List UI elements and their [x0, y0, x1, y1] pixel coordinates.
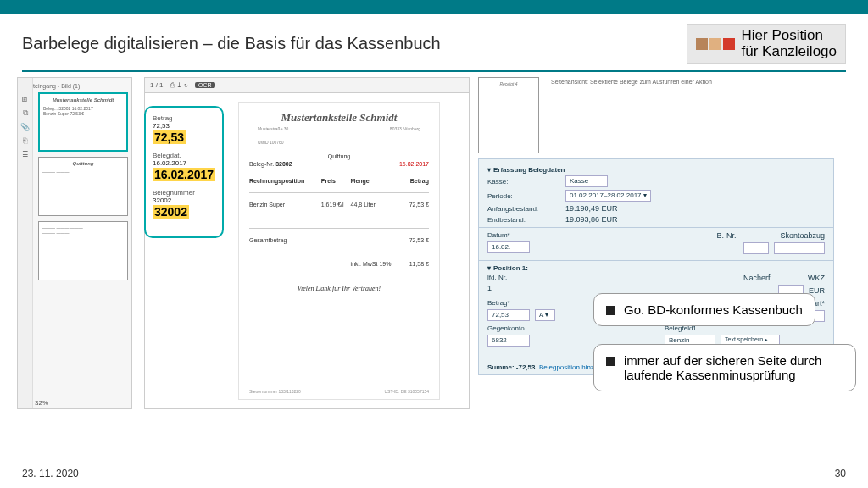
tag-icon[interactable]: ⧉ — [23, 108, 28, 118]
endbestand: 19.093,86 EUR — [565, 215, 618, 224]
receipt-vendor: Mustertankstelle Schmidt — [249, 111, 429, 125]
callout-1: Go. BD-konformes Kassenbuch — [593, 293, 815, 326]
slide-title: Barbelege digitalisieren – die Basis für… — [22, 34, 441, 53]
toolbar-icons[interactable]: ⎙ ⤓ ↻ — [170, 81, 188, 89]
logo-line-2: für Kanzleilogo — [742, 44, 837, 60]
file-icon[interactable]: 🗎 — [21, 95, 29, 103]
receipt-thanks: Vielen Dank für Ihr Vertrauen! — [249, 285, 429, 292]
gegenkonto-input[interactable]: 6832 — [487, 335, 530, 347]
bnr-input[interactable] — [743, 242, 769, 254]
footer-page: 30 — [835, 468, 846, 480]
clip-icon[interactable]: 📎 — [20, 123, 30, 131]
ocr-number: 32002 — [153, 205, 189, 219]
right-panel-hint: Seitenansicht: Selektierte Belege zum Au… — [551, 79, 712, 85]
betrag-dir[interactable]: A ▾ — [535, 309, 555, 321]
logo-icon — [696, 38, 735, 50]
receipt-document: Mustertankstelle Schmidt Musterstraße 30… — [238, 102, 440, 400]
betrag-input[interactable]: 72,53 — [487, 309, 530, 321]
kasse-select[interactable]: Kasse — [565, 175, 608, 187]
receipt-date: 16.02.2017 — [399, 161, 429, 167]
logo-line-1: Hier Position — [742, 28, 837, 44]
ocr-amount: 72,53 — [153, 130, 186, 144]
thumbnail-3[interactable]: ——— ——— ——— ——— ——— — [38, 221, 128, 280]
viewer-toolbar[interactable]: 1 / 1 ⎙ ⤓ ↻ OCR — [145, 78, 469, 93]
slide-header: Barbelege digitalisieren – die Basis für… — [0, 14, 868, 70]
skonto-input[interactable] — [774, 242, 825, 254]
divider — [22, 70, 846, 72]
sidebar-icons: 🗎 ⧉ 📎 ⎘ ≣ — [18, 78, 33, 408]
datum-input[interactable]: 16.02. — [487, 241, 530, 253]
thumbnail-2[interactable]: Quittung ——— ——— — [38, 157, 128, 216]
right-thumbnail[interactable]: Receipt 4 ——— ————— ——— — [478, 77, 539, 153]
ocr-date: 16.02.2017 — [153, 168, 215, 181]
receipt-heading: Quittung — [249, 153, 429, 159]
periode-select[interactable]: 01.02.2017–28.02.2017 ▾ — [565, 190, 651, 202]
entry-form: ▾Erfassung Belegdaten Kasse:Kasse Period… — [478, 158, 834, 375]
thumbnail-1[interactable]: Mustertankstelle Schmidt Beleg... 32002 … — [38, 92, 128, 152]
list-icon[interactable]: ≣ — [22, 150, 29, 158]
copy-icon[interactable]: ⎘ — [23, 136, 27, 145]
ocr-badge: OCR — [195, 82, 215, 88]
sum-value: -72,53 — [516, 363, 536, 371]
receipt-table: RechnungspositionPreisMengeBetrag Benzin… — [249, 175, 429, 269]
thumbnail-panel: 🗎 ⧉ 📎 ⎘ ≣ Posteingang - Bild (1) Mustert… — [17, 77, 132, 409]
page-footer: 23. 11. 2020 30 — [22, 468, 846, 480]
zoom-level: 32% — [35, 399, 48, 407]
anfangsbestand: 19.190,49 EUR — [565, 204, 618, 213]
bullet-icon — [606, 306, 615, 315]
page-indicator: 1 / 1 — [150, 81, 164, 89]
logo-placeholder: Hier Position für Kanzleilogo — [687, 24, 846, 64]
bullet-icon — [606, 357, 615, 366]
top-bar — [0, 0, 868, 14]
callout-2: immer auf der sicheren Seite durch laufe… — [593, 344, 856, 391]
ocr-highlight-box: Betrag 72,53 72,53 Belegdat. 16.02.2017 … — [144, 106, 224, 238]
footer-date: 23. 11. 2020 — [22, 468, 79, 480]
thumbs-title: Posteingang - Bild (1) — [23, 83, 126, 89]
